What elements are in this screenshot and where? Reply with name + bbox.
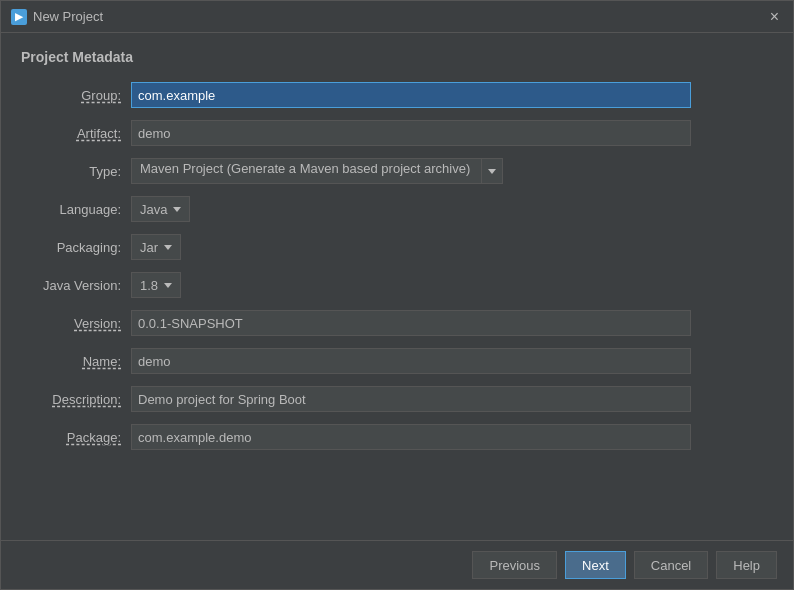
packaging-label: Packaging: <box>21 240 131 255</box>
packaging-row: Packaging: Jar <box>21 233 773 261</box>
package-label: Package: <box>21 430 131 445</box>
artifact-input[interactable] <box>131 120 691 146</box>
packaging-value: Jar <box>140 240 158 255</box>
new-project-dialog: ▶ New Project × Project Metadata Group: … <box>0 0 794 590</box>
close-button[interactable]: × <box>766 7 783 27</box>
description-label: Description: <box>21 392 131 407</box>
dialog-content: Project Metadata Group: Artifact: Type: … <box>1 33 793 540</box>
group-input[interactable] <box>131 82 691 108</box>
previous-button[interactable]: Previous <box>472 551 557 579</box>
title-bar: ▶ New Project × <box>1 1 793 33</box>
type-value: Maven Project (Generate a Maven based pr… <box>131 158 481 184</box>
package-row: Package: <box>21 423 773 451</box>
group-label: Group: <box>21 88 131 103</box>
version-input[interactable] <box>131 310 691 336</box>
type-dropdown: Maven Project (Generate a Maven based pr… <box>131 158 503 184</box>
language-dropdown[interactable]: Java <box>131 196 190 222</box>
type-row: Type: Maven Project (Generate a Maven ba… <box>21 157 773 185</box>
type-label: Type: <box>21 164 131 179</box>
packaging-arrow-icon <box>164 245 172 250</box>
package-input[interactable] <box>131 424 691 450</box>
name-row: Name: <box>21 347 773 375</box>
language-arrow-icon <box>173 207 181 212</box>
section-title: Project Metadata <box>21 49 773 65</box>
artifact-label: Artifact: <box>21 126 131 141</box>
version-label: Version: <box>21 316 131 331</box>
java-version-label: Java Version: <box>21 278 131 293</box>
language-row: Language: Java <box>21 195 773 223</box>
java-version-dropdown[interactable]: 1.8 <box>131 272 181 298</box>
artifact-row: Artifact: <box>21 119 773 147</box>
name-input[interactable] <box>131 348 691 374</box>
dialog-footer: Previous Next Cancel Help <box>1 540 793 589</box>
java-version-arrow-icon <box>164 283 172 288</box>
description-row: Description: <box>21 385 773 413</box>
dialog-title: New Project <box>33 9 103 24</box>
java-version-value: 1.8 <box>140 278 158 293</box>
app-icon: ▶ <box>11 9 27 25</box>
name-label: Name: <box>21 354 131 369</box>
help-button[interactable]: Help <box>716 551 777 579</box>
language-value: Java <box>140 202 167 217</box>
version-row: Version: <box>21 309 773 337</box>
packaging-dropdown[interactable]: Jar <box>131 234 181 260</box>
next-button[interactable]: Next <box>565 551 626 579</box>
type-dropdown-arrow-btn[interactable] <box>481 158 503 184</box>
description-input[interactable] <box>131 386 691 412</box>
language-label: Language: <box>21 202 131 217</box>
title-bar-left: ▶ New Project <box>11 9 103 25</box>
group-row: Group: <box>21 81 773 109</box>
type-dropdown-arrow-icon <box>488 169 496 174</box>
cancel-button[interactable]: Cancel <box>634 551 708 579</box>
java-version-row: Java Version: 1.8 <box>21 271 773 299</box>
